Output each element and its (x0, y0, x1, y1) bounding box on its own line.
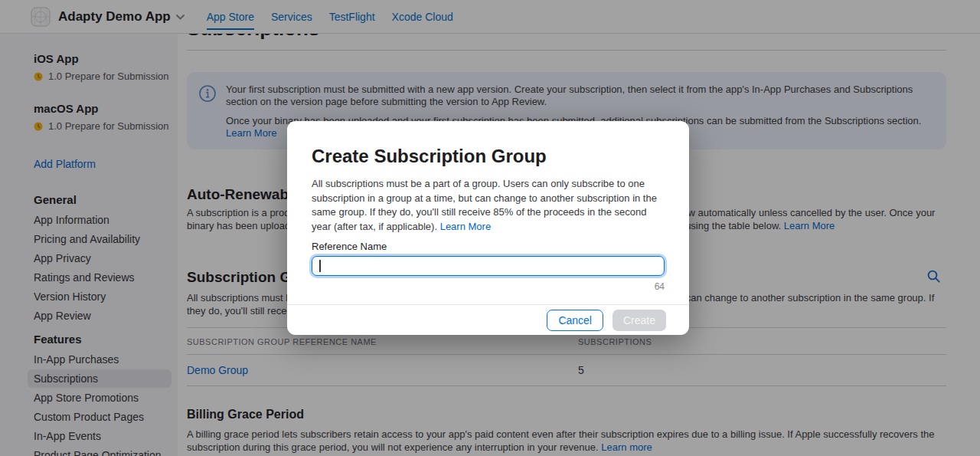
reference-name-input[interactable] (312, 256, 665, 276)
modal-description: All subscriptions must be a part of a gr… (312, 177, 665, 234)
cancel-button[interactable]: Cancel (547, 310, 603, 331)
create-button[interactable]: Create (612, 310, 666, 331)
reference-name-label: Reference Name (312, 241, 665, 253)
text-cursor (319, 260, 321, 272)
create-subscription-group-modal: Create Subscription Group All subscripti… (287, 121, 689, 335)
char-limit-counter: 64 (312, 281, 665, 292)
modal-title: Create Subscription Group (312, 146, 665, 167)
modal-learn-more-link[interactable]: Learn More (440, 221, 491, 232)
modal-footer: Cancel Create (287, 304, 689, 335)
